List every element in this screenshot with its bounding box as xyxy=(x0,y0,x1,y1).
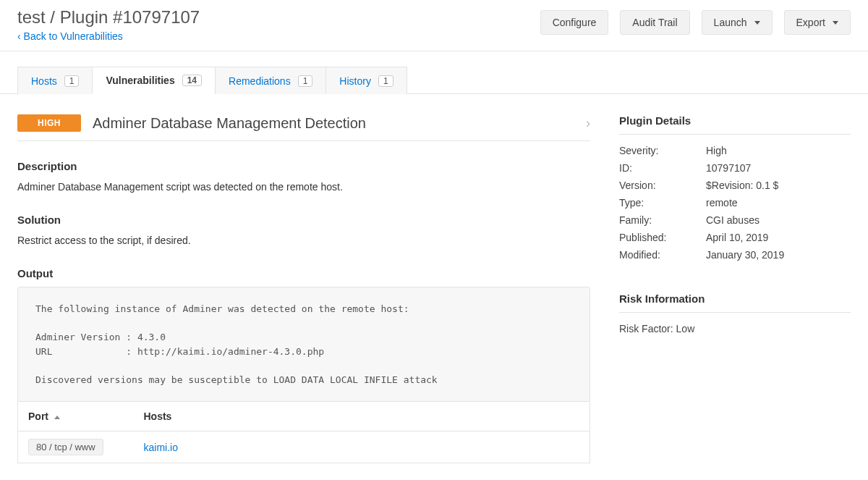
solution-text: Restrict access to the script, if desire… xyxy=(17,233,590,248)
page-header: test / Plugin #10797107 ‹ Back to Vulner… xyxy=(0,0,868,51)
sort-asc-icon xyxy=(54,416,60,419)
tab-label: Hosts xyxy=(31,75,57,87)
risk-factor: Risk Factor: Low xyxy=(619,320,851,337)
tab-label: History xyxy=(339,75,371,87)
risk-section: Risk Information Risk Factor: Low xyxy=(619,292,851,337)
output-section: Output The following instance of Adminer… xyxy=(17,267,590,463)
launch-button[interactable]: Launch xyxy=(702,10,773,35)
detail-severity: Severity: High xyxy=(619,142,851,159)
description-text: Adminer Database Management script was d… xyxy=(17,180,590,195)
detail-value: High xyxy=(706,145,851,156)
chevron-right-icon[interactable]: › xyxy=(586,116,590,131)
detail-value: remote xyxy=(706,197,851,209)
tab-count: 1 xyxy=(378,75,393,87)
detail-value: 10797107 xyxy=(706,162,851,174)
configure-button[interactable]: Configure xyxy=(540,10,609,35)
caret-down-icon xyxy=(833,21,838,25)
sidebar: Plugin Details Severity: High ID: 107971… xyxy=(619,114,851,463)
risk-factor-text: Risk Factor: Low xyxy=(619,323,694,334)
detail-type: Type: remote xyxy=(619,194,851,211)
back-link[interactable]: ‹ Back to Vulnerabilities xyxy=(17,30,200,42)
detail-value: April 10, 2019 xyxy=(706,232,851,243)
main-column: HIGH Adminer Database Management Detecti… xyxy=(17,114,590,463)
port-header-label: Port xyxy=(28,410,48,422)
tab-remediations[interactable]: Remediations 1 xyxy=(215,67,326,94)
output-table: Port Hosts 80 / tcp / www kaimi.io xyxy=(17,402,590,463)
detail-label: Severity: xyxy=(619,145,706,156)
tab-label: Vulnerabilities xyxy=(106,75,174,86)
solution-heading: Solution xyxy=(17,214,590,226)
export-button-label: Export xyxy=(796,17,825,28)
detail-value: CGI abuses xyxy=(706,214,851,226)
risk-heading: Risk Information xyxy=(619,292,851,313)
detail-published: Published: April 10, 2019 xyxy=(619,229,851,246)
detail-label: Family: xyxy=(619,214,706,226)
tab-vulnerabilities[interactable]: Vulnerabilities 14 xyxy=(92,67,216,94)
detail-family: Family: CGI abuses xyxy=(619,211,851,229)
header-actions: Configure Audit Trail Launch Export xyxy=(540,10,851,35)
detail-label: ID: xyxy=(619,162,706,174)
chevron-left-icon: ‹ xyxy=(17,30,21,42)
page-title: test / Plugin #10797107 xyxy=(17,7,200,28)
output-text: The following instance of Adminer was de… xyxy=(17,287,590,402)
launch-button-label: Launch xyxy=(714,17,747,28)
table-row: 80 / tcp / www kaimi.io xyxy=(18,431,590,463)
export-button[interactable]: Export xyxy=(784,10,851,35)
hosts-header[interactable]: Hosts xyxy=(134,402,590,431)
detail-id: ID: 10797107 xyxy=(619,159,851,177)
tab-label: Remediations xyxy=(229,75,291,87)
tab-count: 1 xyxy=(298,75,313,87)
detail-label: Version: xyxy=(619,180,706,191)
severity-badge: HIGH xyxy=(17,114,81,132)
host-cell: kaimi.io xyxy=(134,431,590,463)
tabs: Hosts 1 Vulnerabilities 14 Remediations … xyxy=(0,66,868,94)
content: HIGH Adminer Database Management Detecti… xyxy=(0,94,868,478)
tab-count: 14 xyxy=(182,75,202,86)
detail-version: Version: $Revision: 0.1 $ xyxy=(619,177,851,194)
port-badge: 80 / tcp / www xyxy=(28,439,103,455)
tab-hosts[interactable]: Hosts 1 xyxy=(17,67,93,94)
solution-section: Solution Restrict access to the script, … xyxy=(17,214,590,248)
plugin-details-heading: Plugin Details xyxy=(619,114,851,135)
tab-count: 1 xyxy=(64,75,80,87)
detail-value: $Revision: 0.1 $ xyxy=(706,180,851,191)
detail-label: Type: xyxy=(619,197,706,209)
host-link[interactable]: kaimi.io xyxy=(144,442,178,453)
description-heading: Description xyxy=(17,160,590,172)
header-left: test / Plugin #10797107 ‹ Back to Vulner… xyxy=(17,7,200,42)
detail-label: Published: xyxy=(619,232,706,243)
back-link-label: Back to Vulnerabilities xyxy=(24,30,123,42)
vulnerability-title: Adminer Database Management Detection xyxy=(93,115,574,132)
tab-history[interactable]: History 1 xyxy=(326,67,407,94)
output-heading: Output xyxy=(17,267,590,279)
detail-modified: Modified: January 30, 2019 xyxy=(619,246,851,264)
audit-trail-button[interactable]: Audit Trail xyxy=(620,10,689,35)
description-section: Description Adminer Database Management … xyxy=(17,160,590,195)
port-cell: 80 / tcp / www xyxy=(18,431,134,463)
port-header[interactable]: Port xyxy=(18,402,134,431)
caret-down-icon xyxy=(754,21,760,25)
detail-label: Modified: xyxy=(619,249,706,261)
detail-value: January 30, 2019 xyxy=(706,249,851,261)
vulnerability-header: HIGH Adminer Database Management Detecti… xyxy=(17,114,590,141)
